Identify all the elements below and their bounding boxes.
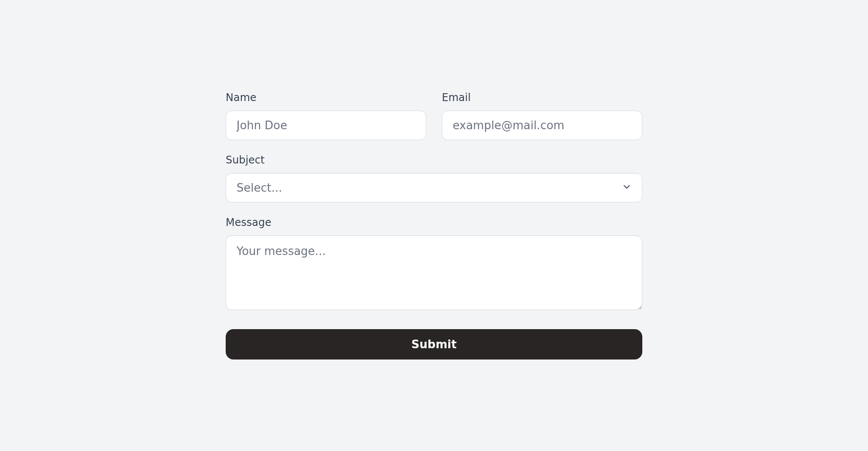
email-input[interactable] bbox=[442, 111, 642, 140]
message-textarea[interactable] bbox=[226, 235, 642, 310]
message-label: Message bbox=[226, 216, 642, 229]
subject-selected-value: Select... bbox=[237, 181, 282, 194]
email-label: Email bbox=[442, 92, 642, 104]
message-field-group: Message bbox=[226, 216, 642, 310]
name-field-group: Name bbox=[226, 92, 426, 140]
email-field-group: Email bbox=[442, 92, 642, 140]
name-label: Name bbox=[226, 92, 426, 104]
name-input[interactable] bbox=[226, 111, 426, 140]
subject-label: Subject bbox=[226, 154, 642, 166]
submit-button[interactable]: Submit bbox=[226, 329, 642, 359]
subject-select[interactable]: Select... bbox=[226, 173, 642, 203]
contact-form: Name Email Subject Select... bbox=[226, 92, 642, 359]
subject-field-group: Subject Select... bbox=[226, 154, 642, 203]
